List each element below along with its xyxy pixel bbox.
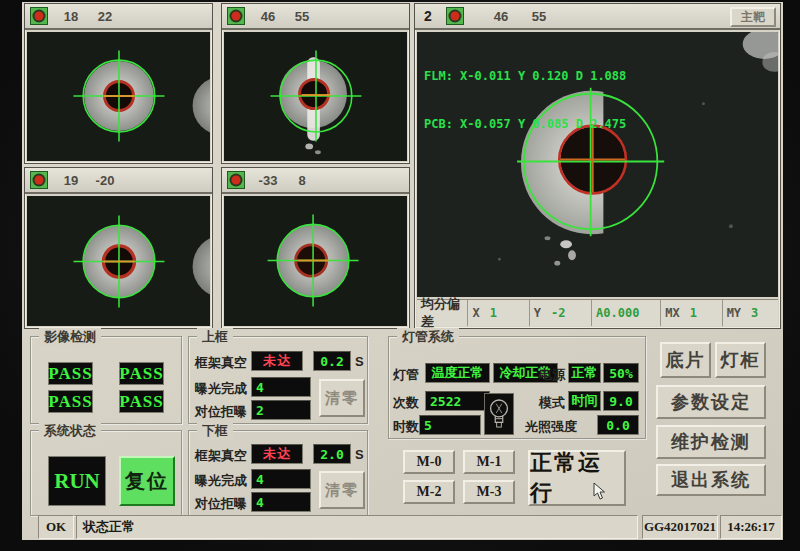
lower-clear-button[interactable]: 清零	[319, 471, 365, 509]
camera-3-header: 19 -20	[25, 168, 212, 194]
m2-button[interactable]: M-2	[403, 480, 455, 504]
run-mode-label: 正常运行	[530, 448, 624, 508]
pass-indicator-4: PASS	[119, 390, 164, 413]
reject-label: 对位拒曝	[195, 495, 247, 513]
camera-main-image: FLM: X-0.011 Y 0.120 D 1.088 PCB: X-0.05…	[417, 32, 778, 297]
camera-main-x: 46	[486, 9, 516, 24]
intensity-label: 光照强度	[525, 418, 577, 436]
image-detection-title: 影像检测	[39, 328, 101, 346]
film-button[interactable]: 底片	[660, 342, 711, 378]
deviation-my-label: MY	[727, 306, 741, 320]
camera-4-header: -33 8	[222, 168, 409, 194]
vacuum-status: 未达	[251, 444, 303, 464]
exposure-count: 4	[251, 469, 311, 489]
alignment-readout: FLM: X-0.011 Y 0.120 D 1.088 PCB: X-0.05…	[424, 36, 626, 164]
exposure-label: 曝光完成	[195, 380, 247, 398]
upper-frame-group: 上框 框架真空 未达 0.2 S 曝光完成 4 对位拒曝 2 清零	[188, 336, 368, 424]
exposure-label: 曝光完成	[195, 472, 247, 490]
deviation-row: 均分偏差 X1 Y-2 A0.000 MX1 MY3	[417, 299, 778, 326]
camera-2-image	[224, 32, 407, 161]
bulb-icon	[484, 393, 514, 435]
mode-value: 时间	[568, 391, 601, 411]
record-icon	[227, 7, 245, 25]
image-detection-group: 影像检测 PASS PASS PASS PASS	[30, 336, 182, 424]
pass-indicator-2: PASS	[119, 362, 164, 385]
run-mode-button[interactable]: 正常运行	[528, 450, 626, 506]
deviation-y-value: -2	[551, 306, 565, 320]
lamp-label: 灯管	[393, 366, 419, 384]
time-unit: S	[355, 354, 364, 369]
vacuum-time: 2.0	[313, 444, 351, 464]
vacuum-label: 框架真空	[195, 447, 247, 465]
upper-frame-title: 上框	[197, 328, 233, 346]
intensity-value: 0.0	[597, 415, 639, 435]
system-status-title: 系统状态	[39, 422, 101, 440]
reject-label: 对位拒曝	[195, 403, 247, 421]
hours-label: 时数	[393, 418, 419, 436]
status-time: 14:26:17	[720, 515, 782, 539]
hours-value: 5	[419, 415, 481, 435]
record-icon	[30, 171, 48, 189]
power-status: 正常	[568, 363, 601, 383]
flm-readout: FLM: X-0.011 Y 0.120 D 1.088	[424, 68, 626, 84]
pcb-readout: PCB: X-0.057 Y 0.085 D 2.475	[424, 116, 626, 132]
camera-2-y: 55	[287, 9, 317, 24]
pass-indicator-1: PASS	[48, 362, 93, 385]
exit-system-button[interactable]: 退出系统	[656, 464, 766, 496]
camera-1-header: 18 22	[25, 4, 212, 30]
deviation-mx-label: MX	[665, 306, 679, 320]
camera-view-4: -33 8	[221, 167, 410, 329]
camera-view-1: 18 22	[24, 3, 213, 164]
run-indicator: RUN	[48, 456, 106, 506]
lamp-system-group: 灯管系统 灯管 温度正常 冷却正常 电源 正常 50% 次数 2522 模式 时…	[388, 336, 646, 439]
record-icon	[446, 7, 464, 25]
camera-main-y: 55	[524, 9, 554, 24]
deviation-y-label: Y	[534, 306, 541, 320]
mode-time: 9.0	[603, 391, 639, 411]
m3-button[interactable]: M-3	[463, 480, 515, 504]
deviation-label: 均分偏差	[421, 295, 463, 331]
camera-view-2: 46 55	[221, 3, 410, 164]
record-icon	[30, 7, 48, 25]
mode-label: 模式	[539, 394, 565, 412]
m1-button[interactable]: M-1	[463, 450, 515, 474]
status-serial: GG42017021	[642, 515, 718, 539]
vacuum-time: 0.2	[313, 351, 351, 371]
power-percent: 50%	[603, 363, 639, 383]
camera-1-y: 22	[90, 9, 120, 24]
camera-4-image	[224, 196, 407, 326]
camera-view-3: 19 -20	[24, 167, 213, 329]
lamp-system-title: 灯管系统	[397, 328, 459, 346]
camera-2-header: 46 55	[222, 4, 409, 30]
app-screen: 18 22 46 55	[22, 2, 783, 540]
status-message: 状态正常	[76, 515, 638, 539]
m0-button[interactable]: M-0	[403, 450, 455, 474]
pass-indicator-3: PASS	[48, 390, 93, 413]
camera-main-header: 2 46 55 主靶	[415, 4, 780, 30]
camera-main-index: 2	[415, 8, 441, 24]
param-settings-button[interactable]: 参数设定	[656, 385, 766, 419]
camera-3-y: -20	[90, 173, 120, 188]
count-value: 2522	[425, 391, 490, 411]
main-target-button[interactable]: 主靶	[730, 7, 776, 27]
camera-3-image	[27, 196, 210, 326]
power-label: 电源	[539, 366, 565, 384]
camera-2-x: 46	[253, 9, 283, 24]
cursor-icon	[593, 482, 606, 500]
reset-button[interactable]: 复位	[119, 456, 175, 506]
lamp-cabinet-button[interactable]: 灯柜	[715, 342, 766, 378]
maintenance-button[interactable]: 维护检测	[656, 425, 766, 459]
status-ok: OK	[38, 515, 74, 539]
time-unit: S	[355, 447, 364, 462]
reject-count: 4	[251, 492, 311, 512]
lower-frame-title: 下框	[197, 422, 233, 440]
camera-1-x: 18	[56, 9, 86, 24]
upper-clear-button[interactable]: 清零	[319, 379, 365, 417]
deviation-mx-value: 1	[690, 306, 697, 320]
reject-count: 2	[251, 400, 311, 420]
camera-view-main: 2 46 55 主靶	[414, 3, 781, 329]
camera-4-x: -33	[253, 173, 283, 188]
record-icon	[227, 171, 245, 189]
monitor-photo: 18 22 46 55	[0, 0, 800, 551]
system-status-group: 系统状态 RUN 复位	[30, 430, 182, 516]
